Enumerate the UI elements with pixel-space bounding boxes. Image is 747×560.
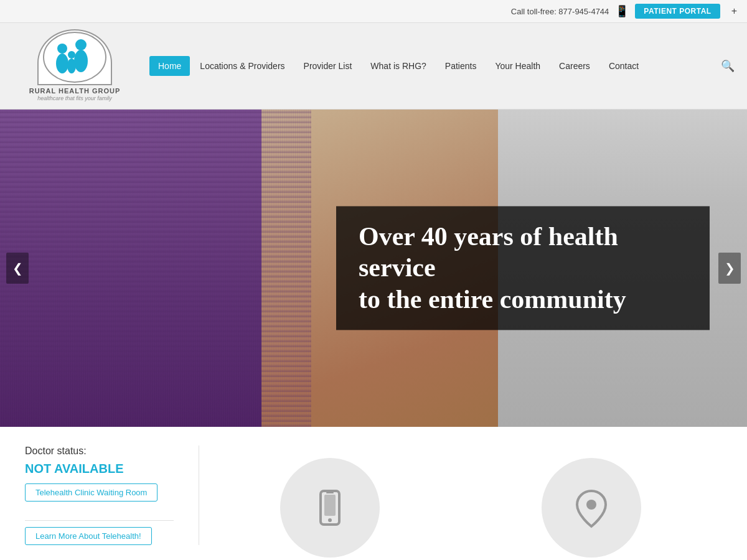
svg-point-3 <box>75 39 87 50</box>
svg-rect-8 <box>324 495 336 516</box>
toll-free-text: Call toll-free: 877-945-4744 <box>511 7 609 16</box>
svg-point-6 <box>67 58 76 73</box>
location-icon-panel[interactable] <box>461 446 722 560</box>
svg-point-1 <box>57 44 67 54</box>
logo-title: RURAL HEALTH GROUP <box>29 86 121 95</box>
nav-item-what-is-rhg[interactable]: What is RHG? <box>362 56 435 76</box>
header: RURAL HEALTH GROUP healthcare that fits … <box>0 23 747 110</box>
doctor-status-value: NOT AVAILABLE <box>25 462 124 476</box>
top-bar-right: Call toll-free: 877-945-4744 📱 PATIENT P… <box>511 4 737 19</box>
phone-icon: 📱 <box>615 4 629 18</box>
learn-more-telehealth-button[interactable]: Learn More About Telehealth! <box>25 527 152 545</box>
logo-area: RURAL HEALTH GROUP healthcare that fits … <box>12 29 137 103</box>
hero-text-overlay: Over 40 years of health service to the e… <box>336 206 710 330</box>
nav-item-contact[interactable]: Contact <box>600 56 647 76</box>
divider <box>25 520 174 521</box>
nav-item-your-health[interactable]: Your Health <box>486 56 549 76</box>
nav-item-patients[interactable]: Patients <box>436 56 486 76</box>
main-nav: Home Locations & Providers Provider List… <box>149 56 735 76</box>
hero-headline: Over 40 years of health service to the e… <box>359 221 687 315</box>
logo-text: RURAL HEALTH GROUP healthcare that fits … <box>29 86 121 103</box>
logo-svg <box>40 31 109 84</box>
nav-item-locations-providers[interactable]: Locations & Providers <box>191 56 293 76</box>
nav-item-home[interactable]: Home <box>149 56 190 76</box>
svg-point-11 <box>586 500 596 510</box>
bottom-section: Doctor status: NOT AVAILABLE Telehealth … <box>0 427 747 560</box>
search-icon[interactable]: 🔍 <box>721 59 735 73</box>
logo-circle <box>37 29 112 85</box>
svg-point-5 <box>68 51 75 58</box>
svg-point-9 <box>328 518 332 522</box>
map-pin-icon <box>542 458 641 558</box>
mobile-phone-icon <box>280 458 380 558</box>
doctor-status-panel: Doctor status: NOT AVAILABLE Telehealth … <box>25 446 199 545</box>
nav-item-careers[interactable]: Careers <box>550 56 599 76</box>
slider-next-button[interactable]: ❯ <box>718 253 741 284</box>
telehealth-waiting-room-button[interactable]: Telehealth Clinic Waiting Room <box>25 483 157 502</box>
nav-item-provider-list[interactable]: Provider List <box>295 56 361 76</box>
slider-prev-button[interactable]: ❮ <box>6 253 29 284</box>
svg-point-2 <box>56 54 68 73</box>
logo-subtitle: healthcare that fits your family <box>29 95 121 103</box>
svg-point-4 <box>74 50 88 72</box>
phone-icon-panel[interactable] <box>199 446 461 560</box>
hero-slider: Over 40 years of health service to the e… <box>0 110 747 427</box>
expand-icon[interactable]: + <box>731 6 737 17</box>
top-bar: Call toll-free: 877-945-4744 📱 PATIENT P… <box>0 0 747 23</box>
patient-portal-button[interactable]: PATIENT PORTAL <box>635 4 720 19</box>
doctor-status-label: Doctor status: <box>25 446 87 457</box>
